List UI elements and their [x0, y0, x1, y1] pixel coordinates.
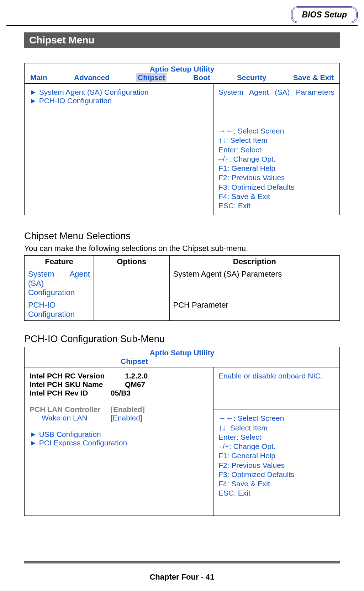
menu-item-label: PCI Express Configuration [39, 439, 127, 447]
bios-info-text: System Agent (SA) Parameters [213, 84, 339, 122]
bios-box-pchio: Aptio Setup Utility Chipset Intel PCH RC… [24, 347, 340, 516]
info-value: QM67 [125, 380, 145, 389]
arrow-icon: ► [30, 96, 37, 105]
help-line: →←: Select Screen [218, 414, 334, 423]
bios-utility-title: Aptio Setup Utility [25, 63, 339, 73]
col-options: Options [94, 256, 169, 268]
tab-main[interactable]: Main [30, 73, 47, 82]
help-line: –/+: Change Opt. [218, 442, 334, 451]
menu-item-label: USB Configuration [39, 430, 101, 438]
help-line: ↑↓: Select Item [218, 423, 334, 433]
selections-intro: You can make the following selections on… [24, 244, 340, 253]
col-description: Description [169, 256, 339, 268]
footer-divider-group [0, 561, 364, 570]
help-line: F1: General Help [218, 164, 334, 173]
selections-heading: Chipset Menu Selections [24, 231, 340, 242]
table-row: System Agent (SA) Configuration System A… [25, 268, 340, 299]
pchio-heading: PCH-IO Configuration Sub-Menu [24, 334, 340, 345]
help-line: Enter: Select [218, 145, 334, 155]
header-divider [6, 25, 358, 26]
options-cell [94, 268, 169, 299]
feature-text: System Agent [28, 270, 90, 278]
help-line: F3: Optimized Defaults [218, 183, 334, 192]
arrow-icon: ► [30, 88, 37, 96]
info-label: Intel PCH RC Version [30, 372, 122, 380]
help-line: →←: Select Screen [218, 126, 334, 136]
bios-left-pane: ► System Agent (SA) Configuration ► PCH-… [25, 84, 213, 215]
bios-utility-title: Aptio Setup Utility [25, 349, 339, 357]
help-line: F2: Previous Values [218, 173, 334, 182]
tab-boot[interactable]: Boot [193, 73, 210, 82]
selections-table: Feature Options Description System Agent… [24, 255, 340, 321]
col-feature: Feature [25, 256, 94, 268]
bios-head2: Aptio Setup Utility Chipset [25, 347, 339, 367]
bios-tab-row: Main Advanced Chipset Boot Security Save… [25, 73, 339, 84]
bios-left-pane: Intel PCH RC Version 1.2.2.0 Intel PCH S… [25, 367, 213, 516]
feature-text: PCH-IO [28, 300, 90, 310]
setting-row-pch-lan: PCH LAN Controller [Enabled] [30, 405, 208, 414]
feature-text: (SA) [28, 279, 90, 288]
feature-text: Configuration [28, 288, 90, 297]
page-footer: Chapter Four - 41 [0, 572, 364, 582]
footer-rule-outer [24, 561, 340, 563]
title-bar: Chipset Menu [24, 32, 340, 48]
help-line: Enter: Select [218, 433, 334, 442]
menu-item-label: System Agent (SA) Configuration [39, 88, 149, 96]
arrow-icon: ► [30, 430, 37, 438]
help-line: F1: General Help [218, 451, 334, 460]
description-cell: System Agent (SA) Parameters [169, 268, 339, 299]
header-tag: BIOS Setup [291, 6, 358, 23]
menu-item-label: PCH-IO Configuration [39, 96, 112, 105]
setting-value: [Enabled] [111, 414, 142, 422]
bios-info-text: Enable or disable onboard NIC. [213, 367, 339, 409]
help-line: F2: Previous Values [218, 461, 334, 470]
help-line: ↑↓: Select Item [218, 136, 334, 145]
arrow-icon: ► [30, 439, 37, 447]
setting-label: PCH LAN Controller [30, 405, 108, 414]
table-row: PCH-IO Configuration PCH Parameter [25, 299, 340, 321]
tab-security[interactable]: Security [237, 73, 267, 82]
setting-row-wol[interactable]: Wake on LAN [Enabled] [30, 414, 208, 422]
feature-cell: PCH-IO Configuration [25, 299, 94, 321]
bios-help-text: →←: Select Screen ↑↓: Select Item Enter:… [213, 122, 339, 215]
help-line: ESC: Exit [218, 488, 334, 498]
help-line: F3: Optimized Defaults [218, 470, 334, 479]
setting-label: Wake on LAN [30, 414, 108, 422]
bios-help-text: →←: Select Screen ↑↓: Select Item Enter:… [213, 409, 339, 502]
menu-item-usb-config[interactable]: ► USB Configuration [30, 430, 208, 439]
info-row: Intel PCH Rev ID 05/B3 [30, 389, 208, 397]
menu-item-pch-io[interactable]: ► PCH-IO Configuration [30, 96, 208, 105]
info-row: Intel PCH SKU Name QM67 [30, 380, 208, 389]
feature-text: Configuration [28, 310, 90, 319]
help-line: ESC: Exit [218, 201, 334, 210]
menu-item-sa-config[interactable]: ► System Agent (SA) Configuration [30, 88, 208, 96]
table-header-row: Feature Options Description [25, 256, 340, 268]
info-value: 1.2.2.0 [125, 372, 148, 380]
help-line: F4: Save & Exit [218, 192, 334, 201]
tab-chipset[interactable]: Chipset [136, 73, 167, 82]
info-label: Intel PCH SKU Name [30, 380, 122, 389]
page-header: BIOS Setup [0, 0, 364, 23]
feature-cell: System Agent (SA) Configuration [25, 268, 94, 299]
info-row: Intel PCH RC Version 1.2.2.0 [30, 372, 208, 380]
tab-advanced[interactable]: Advanced [74, 73, 110, 82]
menu-item-pcie-config[interactable]: ► PCI Express Configuration [30, 439, 208, 447]
options-cell [94, 299, 169, 321]
info-value: 05/B3 [111, 389, 131, 397]
help-line: –/+: Change Opt. [218, 155, 334, 164]
tab-save-exit[interactable]: Save & Exit [293, 73, 334, 82]
setting-value: [Enabled] [111, 405, 145, 414]
bios-box-chipset: Aptio Setup Utility Main Advanced Chipse… [24, 63, 340, 215]
description-cell: PCH Parameter [169, 299, 339, 321]
bios-tab-selected: Chipset [25, 357, 339, 366]
footer-rule-inner [24, 564, 340, 564]
info-label: Intel PCH Rev ID [30, 389, 108, 397]
help-line: F4: Save & Exit [218, 479, 334, 488]
